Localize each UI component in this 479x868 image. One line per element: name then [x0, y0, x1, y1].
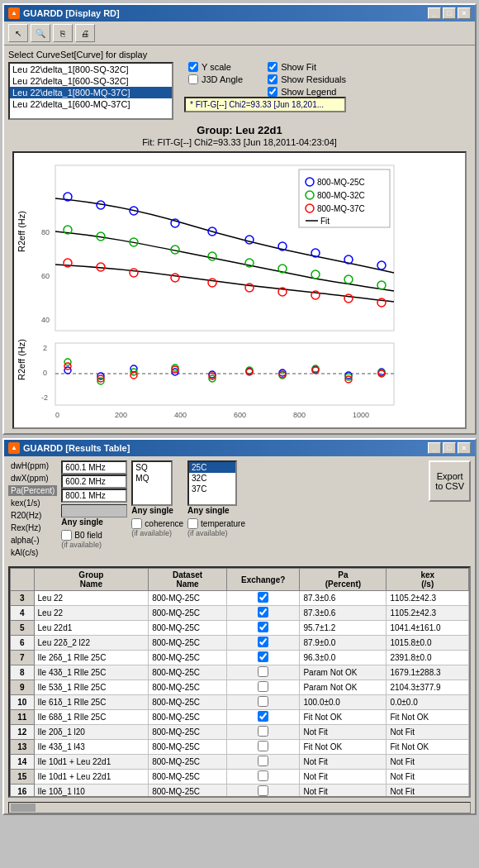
- b0-available-check[interactable]: [61, 530, 72, 541]
- right-checkboxes: Show Fit Show Residuals Show Legend: [268, 62, 346, 97]
- row-group: Ile 43δ_1 RIle 25C: [34, 665, 149, 680]
- app-icon-2: ▲: [8, 442, 20, 454]
- col-exchange[interactable]: Exchange?: [226, 569, 299, 591]
- param-dwx[interactable]: dwX(ppm): [8, 473, 57, 484]
- horizontal-scrollbar[interactable]: [8, 802, 471, 813]
- row-exchange[interactable]: [226, 755, 299, 770]
- row-exchange[interactable]: [226, 665, 299, 680]
- svg-text:800-MQ-25C: 800-MQ-25C: [317, 178, 365, 187]
- row-exchange[interactable]: [226, 680, 299, 695]
- row-group: Leu 22: [34, 606, 149, 621]
- row-num: 14: [11, 755, 35, 770]
- j3d-angle-checkbox[interactable]: [188, 74, 198, 84]
- row-dataset: 800-MQ-25C: [149, 606, 227, 621]
- arrow-tool[interactable]: ↖: [8, 24, 28, 42]
- temp-32c[interactable]: 32C: [189, 473, 235, 484]
- svg-text:80: 80: [41, 228, 50, 236]
- row-exchange[interactable]: [226, 785, 299, 799]
- row-exchange[interactable]: [226, 725, 299, 740]
- row-dataset: 800-MQ-25C: [149, 725, 227, 740]
- maximize-button[interactable]: □: [443, 7, 456, 19]
- table-row: 16Ile 10δ_1 l10800-MQ-25CNot FitNot Fit: [11, 785, 469, 799]
- y-scale-checkbox[interactable]: [188, 62, 198, 72]
- export-csv-button[interactable]: Exportto CSV: [429, 460, 471, 502]
- coherence-available-check[interactable]: [131, 518, 142, 529]
- row-dataset: 800-MQ-25C: [149, 755, 227, 770]
- col-kex[interactable]: kex(/s): [387, 569, 469, 591]
- param-rex[interactable]: Rex(Hz): [8, 522, 57, 533]
- param-dwh[interactable]: dwH(ppm): [8, 460, 57, 471]
- param-alpha[interactable]: alpha(-): [8, 535, 57, 546]
- temp-available-check[interactable]: [187, 518, 198, 529]
- y-scale-label: Y scale: [202, 62, 231, 72]
- temp-37c[interactable]: 37C: [189, 484, 235, 494]
- row-group: Ile 10d1 + Leu 22d1: [34, 755, 149, 770]
- listbox-item-1[interactable]: Leu 22\delta_1[800-SQ-32C]: [10, 64, 172, 75]
- print-tool[interactable]: 🖨: [75, 24, 95, 42]
- show-legend-label: Show Legend: [281, 87, 336, 97]
- temperature-listbox[interactable]: 25C 32C 37C: [187, 460, 237, 506]
- table-row: 13Ile 43δ_1 l43800-MQ-25CFit Not OKFit N…: [11, 740, 469, 755]
- coherence-listbox[interactable]: SQ MQ: [131, 460, 173, 506]
- minimize-button[interactable]: _: [428, 7, 441, 19]
- listbox-item-4[interactable]: Leu 22\delta_1[600-MQ-37C]: [10, 98, 172, 110]
- maximize-button-2[interactable]: □: [443, 442, 456, 454]
- listbox-item-2[interactable]: Leu 22\delta_1[600-SQ-32C]: [10, 75, 172, 87]
- show-residuals-checkbox[interactable]: [268, 74, 277, 84]
- coherence-mq[interactable]: MQ: [133, 473, 171, 484]
- scroll-thumb[interactable]: [11, 804, 36, 812]
- row-dataset: 800-MQ-25C: [149, 785, 227, 799]
- show-legend-checkbox[interactable]: [268, 87, 277, 97]
- table-row: 6Leu 22δ_2 l22800-MQ-25C87.9±0.01015.8±0…: [11, 636, 469, 651]
- col-pa[interactable]: Pa(Percent): [300, 569, 387, 591]
- window-controls: _ □ ×: [428, 7, 471, 19]
- table-row: 4Leu 22800-MQ-25C87.3±0.61105.2±42.3: [11, 606, 469, 621]
- close-button[interactable]: ×: [458, 7, 471, 19]
- col-dataset[interactable]: DatasetName: [149, 569, 227, 591]
- fit-dropdown[interactable]: * FIT-G[--] Chi2=93.33 [Jun 18,201...: [184, 97, 346, 112]
- coherence-sq[interactable]: SQ: [133, 462, 171, 473]
- listbox-item-3[interactable]: Leu 22\delta_1[800-MQ-37C]: [10, 87, 172, 98]
- row-exchange[interactable]: [226, 621, 299, 636]
- param-kex[interactable]: kex(1/s): [8, 498, 57, 508]
- app-icon: ▲: [8, 7, 20, 19]
- b0-field-1[interactable]: 600.1 MHz: [61, 460, 127, 475]
- row-exchange[interactable]: [226, 606, 299, 621]
- col-group[interactable]: GroupName: [34, 569, 149, 591]
- row-group: Leu 22d1: [34, 621, 149, 636]
- param-pa[interactable]: Pa(Percent): [8, 485, 57, 496]
- row-group: Leu 22: [34, 591, 149, 606]
- param-kal[interactable]: kAl(c/s): [8, 547, 57, 558]
- data-table-container[interactable]: GroupName DatasetName Exchange? Pa(Perce…: [8, 566, 471, 798]
- results-table-titlebar: ▲ GUARDD [Results Table] _ □ ×: [4, 440, 475, 456]
- svg-text:1000: 1000: [353, 411, 369, 419]
- row-kex: Fit Not OK: [387, 740, 469, 755]
- row-kex: 2391.8±0.0: [387, 651, 469, 665]
- b0-field-3[interactable]: 800.1 MHz: [61, 489, 127, 503]
- coherence-label: coherence: [145, 519, 183, 528]
- rd-chart: 800-MQ-25C 800-MQ-32C 800-MQ-37C Fit R2e…: [18, 157, 456, 422]
- row-group: Ile 20δ_1 l20: [34, 725, 149, 740]
- row-exchange[interactable]: [226, 770, 299, 785]
- curveset-listbox[interactable]: Leu 22\delta_1[800-SQ-32C] Leu 22\delta_…: [8, 62, 173, 120]
- temp-25c[interactable]: 25C: [189, 462, 235, 473]
- row-exchange[interactable]: [226, 591, 299, 606]
- row-exchange[interactable]: [226, 636, 299, 651]
- close-button-2[interactable]: ×: [458, 442, 471, 454]
- row-dataset: 800-MQ-25C: [149, 665, 227, 680]
- row-exchange[interactable]: [226, 695, 299, 710]
- copy-tool[interactable]: ⎘: [53, 24, 73, 42]
- show-fit-checkbox[interactable]: [268, 62, 277, 72]
- minimize-button-2[interactable]: _: [428, 442, 441, 454]
- row-exchange[interactable]: [226, 710, 299, 725]
- row-pa: 100.0±0.0: [300, 695, 387, 710]
- row-exchange[interactable]: [226, 740, 299, 755]
- row-group: Ile 10d1 + Leu 22d1: [34, 770, 149, 785]
- param-r20[interactable]: R20(Hz): [8, 510, 57, 521]
- row-exchange[interactable]: [226, 651, 299, 665]
- params-section: dwH(ppm) dwX(ppm) Pa(Percent) kex(1/s) R…: [4, 456, 475, 566]
- zoom-tool[interactable]: 🔍: [31, 24, 50, 42]
- b0-field-2[interactable]: 600.2 MHz: [61, 475, 127, 489]
- table-row: 7Ile 26δ_1 RIle 25C800-MQ-25C96.3±0.0239…: [11, 651, 469, 665]
- display-rd-title: GUARDD [Display RD]: [23, 8, 120, 18]
